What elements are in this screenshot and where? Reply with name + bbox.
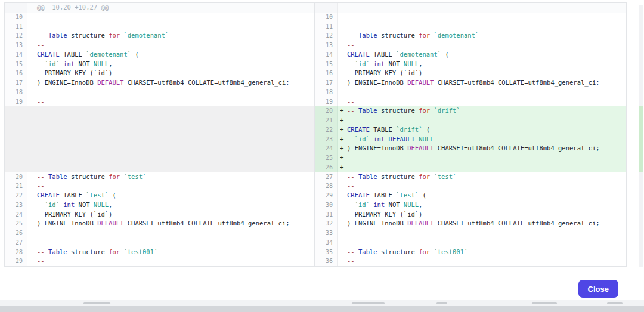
diff-line: 11--	[5, 22, 314, 32]
line-number: 17	[5, 78, 27, 88]
code-text: --	[338, 238, 626, 248]
diff-line: 36--	[315, 257, 626, 266]
diff-line: 14CREATE TABLE `demotenant` (	[315, 50, 626, 60]
code-text	[27, 228, 314, 238]
line-number: 16	[5, 69, 27, 78]
dimmed-page-row	[0, 300, 644, 306]
line-number: 14	[315, 50, 338, 60]
line-number: 18	[5, 88, 27, 97]
diff-viewer[interactable]: @@ -10,20 +10,27 @@1011--12-- Table stru…	[4, 2, 627, 267]
line-number: 24	[315, 144, 338, 153]
line-number: 20	[5, 172, 27, 182]
dimmed-page-background	[0, 306, 644, 312]
code-text: +--	[338, 163, 626, 172]
line-number: 34	[315, 238, 338, 248]
line-number	[5, 135, 27, 144]
code-text: --	[338, 41, 626, 50]
diff-pane-old[interactable]: @@ -10,20 +10,27 @@1011--12-- Table stru…	[5, 3, 314, 266]
diff-pane-new[interactable]: 1011--12-- Table structure for `demotena…	[314, 3, 626, 266]
code-text: `id` int NOT NULL,	[27, 200, 314, 210]
line-number: 12	[315, 31, 338, 41]
close-button[interactable]: Close	[578, 280, 618, 298]
code-text: ) ENGINE=InnoDB DEFAULT CHARSET=utf8mb4 …	[338, 78, 626, 88]
line-number	[5, 144, 27, 153]
line-number: 27	[5, 238, 27, 248]
dimmed-text-fragment	[352, 302, 385, 304]
diff-line-added: 21+--	[315, 116, 626, 125]
diff-line-added: 24+) ENGINE=InnoDB DEFAULT CHARSET=utf8m…	[315, 144, 626, 153]
line-number	[5, 153, 27, 163]
line-number: 29	[315, 191, 338, 200]
scroll-indicator-strip[interactable]	[639, 5, 643, 300]
placeholder-row	[5, 116, 314, 125]
dimmed-text-fragment	[607, 302, 623, 304]
diff-prefix: +	[340, 116, 347, 125]
line-number: 28	[315, 181, 338, 191]
placeholder-row	[5, 135, 314, 144]
line-number: 10	[315, 13, 338, 22]
line-number: 25	[5, 219, 27, 228]
diff-line: 31 PRIMARY KEY (`id`)	[315, 210, 626, 220]
diff-line: 32) ENGINE=InnoDB DEFAULT CHARSET=utf8mb…	[315, 219, 626, 228]
line-number: 28	[5, 248, 27, 257]
diff-line: 14CREATE TABLE `demotenant` (	[5, 50, 314, 60]
diff-line: 21--	[5, 181, 314, 191]
diff-prefix: +	[340, 135, 347, 144]
diff-line-added: 26+--	[315, 163, 626, 172]
code-text: ) ENGINE=InnoDB DEFAULT CHARSET=utf8mb4 …	[27, 219, 314, 228]
line-number: 13	[5, 41, 27, 50]
code-text: `id` int NOT NULL,	[338, 60, 626, 69]
line-number: 23	[5, 200, 27, 210]
diff-line: 12-- Table structure for `demotenant`	[5, 31, 314, 41]
code-text: --	[27, 257, 314, 266]
code-text: --	[338, 97, 626, 107]
line-number	[5, 116, 27, 125]
diff-line: 17) ENGINE=InnoDB DEFAULT CHARSET=utf8mb…	[315, 78, 626, 88]
line-number: 23	[315, 135, 338, 144]
diff-line: 27-- Table structure for `test`	[315, 172, 626, 182]
code-text: --	[27, 238, 314, 248]
line-number: 15	[315, 60, 338, 69]
diff-line: 29CREATE TABLE `test` (	[315, 191, 626, 200]
diff-line: 27--	[5, 238, 314, 248]
code-text: PRIMARY KEY (`id`)	[338, 69, 626, 78]
dimmed-text-fragment	[532, 302, 557, 304]
code-text	[27, 13, 314, 22]
code-text	[27, 106, 314, 116]
diff-prefix: +	[340, 144, 347, 153]
line-number: 32	[315, 219, 338, 228]
code-text: ) ENGINE=InnoDB DEFAULT CHARSET=utf8mb4 …	[338, 219, 626, 228]
diff-line: 30 `id` int NOT NULL,	[315, 200, 626, 210]
code-text: `id` int NOT NULL,	[338, 200, 626, 210]
code-text: PRIMARY KEY (`id`)	[338, 210, 626, 220]
code-text: CREATE TABLE `test` (	[338, 191, 626, 200]
line-number	[5, 163, 27, 172]
placeholder-row	[5, 144, 314, 153]
scroll-indicator-added-segment	[639, 106, 643, 172]
diff-line: 11--	[315, 22, 626, 32]
diff-line: 33	[315, 228, 626, 238]
diff-line: 26	[5, 228, 314, 238]
code-text: -- Table structure for `test001`	[338, 248, 626, 257]
line-number: 33	[315, 228, 338, 238]
code-text	[27, 144, 314, 153]
line-number: 18	[315, 88, 338, 97]
line-number: 31	[315, 210, 338, 220]
code-text: `id` int NOT NULL,	[27, 60, 314, 69]
code-text: @@ -10,20 +10,27 @@	[27, 3, 314, 13]
diff-prefix: +	[340, 125, 347, 135]
code-text: PRIMARY KEY (`id`)	[27, 210, 314, 220]
line-number	[315, 3, 338, 13]
line-number: 20	[315, 106, 338, 116]
line-number: 16	[315, 69, 338, 78]
diff-prefix: +	[340, 163, 347, 172]
code-text: CREATE TABLE `test` (	[27, 191, 314, 200]
code-text	[338, 13, 626, 22]
dimmed-text-fragment	[436, 302, 447, 304]
diff-line-added: 25+	[315, 153, 626, 163]
placeholder-row	[5, 153, 314, 163]
diff-line: 19--	[315, 97, 626, 107]
line-number: 26	[5, 228, 27, 238]
diff-line: 16 PRIMARY KEY (`id`)	[315, 69, 626, 78]
diff-line: 13--	[5, 41, 314, 50]
